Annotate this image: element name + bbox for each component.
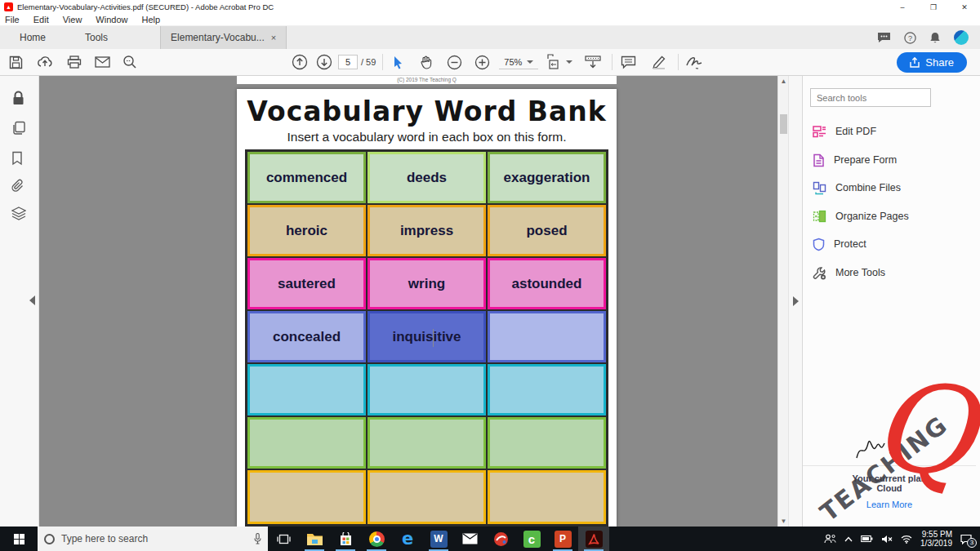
people-icon[interactable] [824,534,836,544]
close-button[interactable]: ✕ [949,3,980,11]
grid-cell[interactable] [247,469,367,525]
grid-cell[interactable]: wring [367,257,487,310]
layers-icon[interactable] [11,207,26,224]
tool-label: Organize Pages [835,211,909,222]
edge-icon[interactable]: e [392,527,423,551]
volume-muted-icon[interactable] [881,535,893,544]
collapse-left-panel-icon[interactable] [29,295,35,305]
save-icon[interactable] [3,51,28,73]
menu-help[interactable]: Help [141,15,160,24]
grid-cell[interactable]: heroic [247,204,367,257]
search-tools-input[interactable] [810,88,931,107]
grid-cell[interactable]: concealed [247,310,367,363]
highlight-pen-icon[interactable] [647,51,671,73]
tool-combine-files[interactable]: Combine Files [813,180,901,196]
grid-cell[interactable] [487,416,607,469]
grid-cell-focused[interactable]: inquisitive [367,310,487,363]
battery-icon[interactable] [861,535,873,543]
expand-right-panel-icon[interactable] [793,296,799,306]
tray-expand-chevron-icon[interactable] [844,536,853,542]
tool-protect[interactable]: Protect [813,236,866,252]
tray-date: 1/3/2019 [920,539,952,548]
grid-cell[interactable] [487,310,607,363]
tool-prepare-form[interactable]: Prepare Form [813,152,897,168]
acrobat-taskbar-icon[interactable] [578,527,609,551]
select-tool-icon[interactable] [386,51,411,73]
chrome-icon[interactable] [361,527,392,551]
scrolling-mode-icon[interactable] [581,51,605,73]
help-icon[interactable]: ? [904,32,916,44]
tab-close-icon[interactable]: × [271,33,276,42]
document-viewport[interactable]: (C) 2019 The Teaching Q Vocabulary Word … [39,76,817,527]
find-icon[interactable] [118,51,142,73]
organize-pages-icon [813,210,826,223]
next-page-icon[interactable] [312,51,336,73]
grid-cell[interactable]: exaggeration [487,151,607,204]
restore-button[interactable]: ❐ [918,3,949,11]
notifications-bell-icon[interactable] [929,32,941,44]
app-red-icon[interactable] [485,527,516,551]
tab-tools[interactable]: Tools [65,26,127,49]
hand-tool-icon[interactable] [414,51,439,73]
feedback-icon[interactable] [877,32,891,43]
menu-file[interactable]: File [5,15,20,24]
start-button[interactable] [0,527,38,551]
tool-organize-pages[interactable]: Organize Pages [813,208,909,224]
email-icon[interactable] [90,51,114,73]
grid-cell[interactable]: commenced [247,151,367,204]
grid-cell[interactable]: deeds [367,151,487,204]
tab-document[interactable]: Elementary-Vocabu... × [160,26,287,49]
action-center-icon[interactable]: 3 [960,534,972,544]
page-number-input[interactable] [338,55,358,69]
page-thumbnails-icon[interactable] [11,121,26,139]
minimize-button[interactable]: – [887,3,918,11]
powerpoint-icon[interactable]: P [547,527,578,551]
grid-cell[interactable]: posed [487,204,607,257]
word-icon[interactable]: W [423,527,454,551]
grid-cell[interactable] [247,363,367,416]
fit-page-icon[interactable] [543,51,568,73]
clock[interactable]: 9:55 PM 1/3/2019 [920,530,952,548]
grid-cell[interactable] [487,363,607,416]
microphone-icon[interactable] [254,533,261,544]
attachments-icon[interactable] [11,179,25,197]
menu-edit[interactable]: Edit [33,15,49,24]
grid-cell[interactable]: sautered [247,257,367,310]
grid-cell[interactable]: impress [367,204,487,257]
zoom-out-icon[interactable] [442,51,466,73]
tool-more-tools[interactable]: More Tools [813,264,885,281]
save-to-cloud-icon[interactable] [33,51,57,73]
comment-icon[interactable] [616,51,640,73]
grid-cell[interactable] [367,469,487,525]
previous-page-icon[interactable] [287,51,312,73]
share-button[interactable]: Share [897,52,967,73]
fit-page-chevron-icon[interactable] [566,60,572,64]
cortana-icon [44,534,55,544]
grid-cell[interactable] [487,469,607,525]
task-view-button[interactable] [268,527,299,551]
print-icon[interactable] [62,51,87,73]
grid-cell[interactable] [367,416,487,469]
file-explorer-icon[interactable] [299,527,330,551]
user-avatar[interactable] [954,30,969,45]
bookmarks-icon[interactable] [11,151,23,169]
fill-sign-icon[interactable] [682,51,706,73]
grid-cell[interactable]: astounded [487,257,607,310]
zoom-in-icon[interactable] [470,51,494,73]
menu-window[interactable]: Window [96,15,127,24]
grid-cell[interactable] [367,363,487,416]
taskbar-search[interactable]: Type here to search [38,527,268,551]
menu-view[interactable]: View [63,15,82,24]
microsoft-store-icon[interactable] [330,527,361,551]
zoom-level-dropdown[interactable]: 75% [499,56,538,69]
learn-more-link[interactable]: Learn More [866,500,912,509]
wifi-icon[interactable] [901,535,912,544]
tool-edit-pdf[interactable]: Edit PDF [813,123,876,140]
mail-icon[interactable] [454,527,485,551]
vertical-scrollbar[interactable]: ▲ ▼ [777,76,788,527]
security-lock-icon[interactable] [11,91,25,109]
grid-cell[interactable] [247,416,367,469]
app-green-c-icon[interactable]: c [516,527,547,551]
scrollbar-thumb[interactable] [780,114,787,134]
tab-home[interactable]: Home [0,26,65,49]
